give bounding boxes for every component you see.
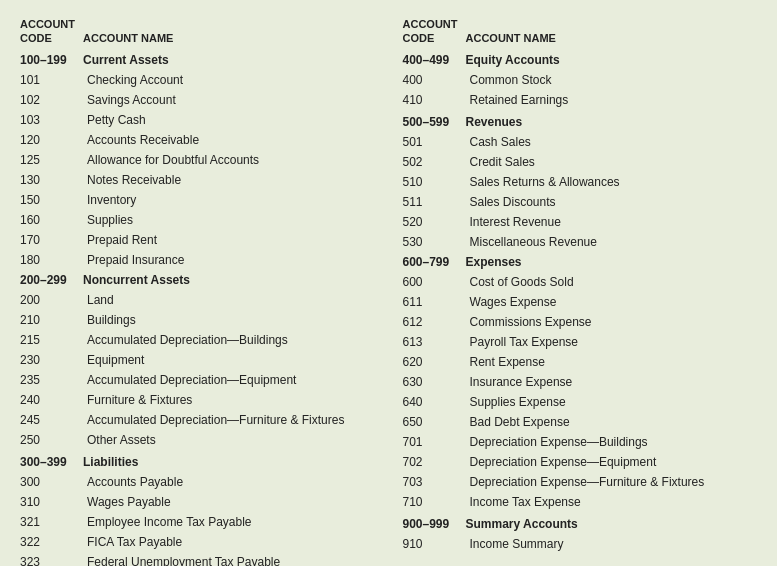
account-name: Interest Revenue (462, 212, 762, 232)
account-name: Cash Sales (462, 132, 762, 152)
table-row: 321Employee Income Tax Payable (16, 512, 379, 532)
account-code: 125 (16, 150, 79, 170)
table-row: 400Common Stock (399, 70, 762, 90)
account-name: Prepaid Insurance (79, 250, 379, 270)
account-code: 612 (399, 312, 462, 332)
account-code: 235 (16, 370, 79, 390)
account-name: Supplies Expense (462, 392, 762, 412)
account-name: Wages Expense (462, 292, 762, 312)
table-row: 250Other Assets (16, 430, 379, 450)
right-header-name: ACCOUNT NAME (462, 16, 762, 50)
account-code: 520 (399, 212, 462, 232)
table-row: 160Supplies (16, 210, 379, 230)
account-code: 500–599 (399, 112, 462, 132)
table-row: 150Inventory (16, 190, 379, 210)
account-name: Prepaid Rent (79, 230, 379, 250)
account-name: Inventory (79, 190, 379, 210)
table-row: 322FICA Tax Payable (16, 532, 379, 552)
account-code: 510 (399, 172, 462, 192)
account-code: 250 (16, 430, 79, 450)
account-code: 640 (399, 392, 462, 412)
table-row: 511Sales Discounts (399, 192, 762, 212)
account-code: 160 (16, 210, 79, 230)
account-name: Allowance for Doubtful Accounts (79, 150, 379, 170)
account-name: Buildings (79, 310, 379, 330)
table-row: 230Equipment (16, 350, 379, 370)
account-name: Accumulated Depreciation—Furniture & Fix… (79, 410, 379, 430)
right-column: ACCOUNTCODE ACCOUNT NAME 400–499Equity A… (399, 16, 762, 566)
table-row: 612Commissions Expense (399, 312, 762, 332)
table-row: 600–799Expenses (399, 252, 762, 272)
table-row: 611Wages Expense (399, 292, 762, 312)
table-row: 200–299Noncurrent Assets (16, 270, 379, 290)
table-row: 650Bad Debt Expense (399, 412, 762, 432)
table-row: 502Credit Sales (399, 152, 762, 172)
table-row: 103Petty Cash (16, 110, 379, 130)
account-name: Employee Income Tax Payable (79, 512, 379, 532)
main-container: ACCOUNTCODE ACCOUNT NAME 100–199Current … (16, 16, 761, 566)
account-code: 300–399 (16, 452, 79, 472)
account-name: Federal Unemployment Tax Payable (79, 552, 379, 566)
account-name: Summary Accounts (462, 514, 762, 534)
account-code: 611 (399, 292, 462, 312)
account-code: 215 (16, 330, 79, 350)
table-row: 120Accounts Receivable (16, 130, 379, 150)
account-name: Accounts Payable (79, 472, 379, 492)
table-row: 710Income Tax Expense (399, 492, 762, 512)
account-name: Wages Payable (79, 492, 379, 512)
account-code: 600 (399, 272, 462, 292)
table-row: 703Depreciation Expense—Furniture & Fixt… (399, 472, 762, 492)
account-code: 321 (16, 512, 79, 532)
account-code: 410 (399, 90, 462, 110)
account-name: Sales Returns & Allowances (462, 172, 762, 192)
account-code: 600–799 (399, 252, 462, 272)
account-code: 310 (16, 492, 79, 512)
account-name: Depreciation Expense—Furniture & Fixture… (462, 472, 762, 492)
account-code: 322 (16, 532, 79, 552)
account-code: 511 (399, 192, 462, 212)
account-name: Miscellaneous Revenue (462, 232, 762, 252)
account-code: 150 (16, 190, 79, 210)
table-row: 530Miscellaneous Revenue (399, 232, 762, 252)
account-code: 100–199 (16, 50, 79, 70)
table-row: 500–599Revenues (399, 112, 762, 132)
account-name: Noncurrent Assets (79, 270, 379, 290)
account-name: Accumulated Depreciation—Equipment (79, 370, 379, 390)
table-row: 501Cash Sales (399, 132, 762, 152)
account-name: Depreciation Expense—Buildings (462, 432, 762, 452)
table-row: 102Savings Account (16, 90, 379, 110)
account-name: Supplies (79, 210, 379, 230)
account-code: 650 (399, 412, 462, 432)
account-name: Furniture & Fixtures (79, 390, 379, 410)
account-code: 102 (16, 90, 79, 110)
account-code: 502 (399, 152, 462, 172)
table-row: 170Prepaid Rent (16, 230, 379, 250)
account-name: Depreciation Expense—Equipment (462, 452, 762, 472)
account-name: Income Tax Expense (462, 492, 762, 512)
account-name: Savings Account (79, 90, 379, 110)
table-row: 210Buildings (16, 310, 379, 330)
account-code: 120 (16, 130, 79, 150)
account-code: 170 (16, 230, 79, 250)
table-row: 520Interest Revenue (399, 212, 762, 232)
account-code: 130 (16, 170, 79, 190)
account-code: 200 (16, 290, 79, 310)
table-row: 613Payroll Tax Expense (399, 332, 762, 352)
account-code: 230 (16, 350, 79, 370)
account-name: Revenues (462, 112, 762, 132)
account-code: 300 (16, 472, 79, 492)
table-row: 900–999Summary Accounts (399, 514, 762, 534)
table-row: 245Accumulated Depreciation—Furniture & … (16, 410, 379, 430)
account-name: Accounts Receivable (79, 130, 379, 150)
table-row: 620Rent Expense (399, 352, 762, 372)
account-code: 701 (399, 432, 462, 452)
account-code: 180 (16, 250, 79, 270)
account-name: Other Assets (79, 430, 379, 450)
table-row: 235Accumulated Depreciation—Equipment (16, 370, 379, 390)
account-code: 240 (16, 390, 79, 410)
table-row: 910Income Summary (399, 534, 762, 554)
account-name: Checking Account (79, 70, 379, 90)
account-code: 103 (16, 110, 79, 130)
account-name: Income Summary (462, 534, 762, 554)
account-code: 245 (16, 410, 79, 430)
